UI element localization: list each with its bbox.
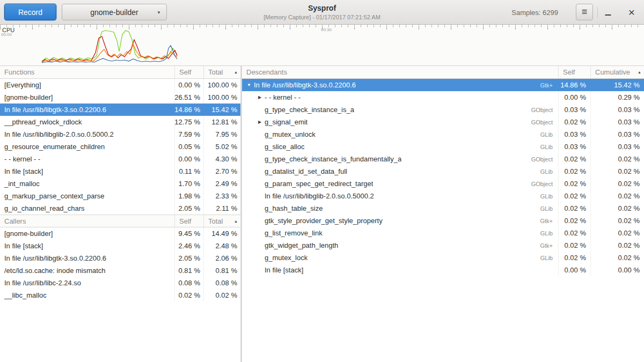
descendant-name-cell: ▶g_signal_emitGObject bbox=[242, 116, 558, 128]
table-row[interactable]: In file /usr/lib/libgtk-3.so.0.2200.62.0… bbox=[0, 252, 240, 264]
left-pane: Functions Self Total ▲ [Everything]0.00 … bbox=[0, 66, 240, 362]
table-row[interactable]: gtk_widget_path_lengthGtk+0.02 %0.02 % bbox=[242, 239, 644, 252]
table-row[interactable]: g_type_check_instance_is_aGObject0.03 %0… bbox=[242, 104, 644, 116]
library-label: GObject bbox=[531, 181, 558, 187]
self-percent-cell: 0.05 % bbox=[174, 141, 203, 153]
column-header-total[interactable]: Total ▲ bbox=[203, 66, 240, 78]
window-title-box: Sysprof [Memory Capture] - 01/17/2017 07… bbox=[264, 3, 380, 21]
cumulative-percent-cell: 0.02 % bbox=[590, 239, 644, 252]
descendants-table-body: ▼In file /usr/lib/libgtk-3.so.0.2200.6Gt… bbox=[242, 79, 644, 276]
chevron-down-icon: ▼ bbox=[157, 10, 161, 14]
table-row[interactable]: In file /usr/lib/libc-2.24.so0.08 %0.08 … bbox=[0, 277, 240, 289]
self-percent-cell: 1.70 % bbox=[174, 178, 203, 190]
cumulative-percent-cell: 0.02 % bbox=[590, 153, 644, 165]
table-row[interactable]: g_hash_table_sizeGLib0.02 %0.02 % bbox=[242, 202, 644, 215]
table-row[interactable]: ▼In file /usr/lib/libgtk-3.so.0.2200.6Gt… bbox=[242, 79, 644, 91]
table-row[interactable]: In file [stack]0.11 %2.70 % bbox=[0, 165, 240, 178]
table-row[interactable]: ▶g_signal_emitGObject0.02 %0.03 % bbox=[242, 116, 644, 128]
library-label: Gtk+ bbox=[540, 218, 558, 224]
descendant-name-cell: g_mutex_unlockGLib bbox=[242, 128, 558, 141]
total-percent-cell: 14.49 % bbox=[203, 227, 240, 240]
table-row[interactable]: - - kernel - -0.00 %4.30 % bbox=[0, 153, 240, 165]
function-name: - - kernel - - bbox=[265, 93, 301, 101]
table-row[interactable]: In file [stack]2.46 %2.48 % bbox=[0, 240, 240, 252]
table-row[interactable]: _int_malloc1.70 %2.49 % bbox=[0, 178, 240, 190]
cumulative-percent-cell: 0.02 % bbox=[590, 215, 644, 227]
main-content: Functions Self Total ▲ [Everything]0.00 … bbox=[0, 66, 644, 362]
function-name: gtk_widget_path_length bbox=[265, 241, 338, 249]
cpu-graph-svg bbox=[0, 25, 644, 66]
table-row[interactable]: g_resource_enumerate_children0.05 %5.02 … bbox=[0, 141, 240, 153]
self-percent-cell: 2.46 % bbox=[174, 240, 203, 252]
table-row[interactable]: In file [stack]0.00 %0.00 % bbox=[242, 264, 644, 276]
column-header-descendants[interactable]: Descendants bbox=[242, 66, 558, 78]
function-name: g_signal_emit bbox=[265, 118, 308, 126]
table-row[interactable]: g_io_channel_read_chars2.05 %2.11 % bbox=[0, 202, 240, 215]
total-percent-cell: 15.42 % bbox=[203, 104, 240, 116]
self-percent-cell: 0.02 % bbox=[558, 215, 590, 227]
table-row[interactable]: g_type_check_instance_is_fundamentally_a… bbox=[242, 153, 644, 165]
table-row[interactable]: [gnome-builder]9.45 %14.49 % bbox=[0, 227, 240, 240]
library-label: GLib bbox=[540, 230, 558, 237]
table-row[interactable]: [gnome-builder]26.51 %100.00 % bbox=[0, 91, 240, 104]
cumulative-percent-cell: 0.03 % bbox=[590, 104, 644, 116]
function-name: gtk_style_provider_get_style_property bbox=[265, 217, 383, 225]
total-percent-cell: 12.81 % bbox=[203, 116, 240, 128]
record-button[interactable]: Record bbox=[4, 4, 56, 20]
column-header-functions[interactable]: Functions bbox=[0, 66, 174, 78]
total-percent-cell: 0.08 % bbox=[203, 277, 240, 289]
library-label: GLib bbox=[540, 131, 558, 138]
function-name-cell: In file [stack] bbox=[0, 240, 174, 252]
table-row[interactable]: g_datalist_id_set_data_fullGLib0.02 %0.0… bbox=[242, 165, 644, 178]
function-name: g_list_remove_link bbox=[265, 229, 323, 237]
library-label: Gtk+ bbox=[540, 82, 558, 88]
expand-arrow-icon[interactable]: ▶ bbox=[256, 120, 264, 124]
function-name-cell: In file /usr/lib/libglib-2.0.so.0.5000.2 bbox=[0, 128, 174, 141]
table-row[interactable]: g_mutex_unlockGLib0.03 %0.03 % bbox=[242, 128, 644, 141]
function-name-cell: [gnome-builder] bbox=[0, 227, 174, 240]
table-row[interactable]: /etc/ld.so.cache: inode mismatch0.81 %0.… bbox=[0, 264, 240, 277]
column-header-self[interactable]: Self bbox=[558, 66, 590, 78]
cumulative-percent-cell: 0.02 % bbox=[590, 178, 644, 190]
library-label: GObject bbox=[531, 107, 558, 113]
process-selector-dropdown[interactable]: gnome-builder ▼ bbox=[62, 4, 167, 20]
descendants-table-header: Descendants Self Cumulative ▲ bbox=[242, 66, 644, 79]
column-header-self[interactable]: Self bbox=[174, 66, 203, 78]
process-selector-label: gnome-builder bbox=[90, 8, 138, 17]
table-row[interactable]: In file /usr/lib/libglib-2.0.so.0.5000.2… bbox=[242, 190, 644, 202]
library-label: GLib bbox=[540, 168, 558, 175]
table-row[interactable]: __libc_malloc0.02 %0.02 % bbox=[0, 289, 240, 301]
table-row[interactable]: [Everything]0.00 %100.00 % bbox=[0, 79, 240, 91]
total-percent-cell: 7.95 % bbox=[203, 128, 240, 141]
table-row[interactable]: __pthread_rwlock_rdlock12.75 %12.81 % bbox=[0, 116, 240, 128]
descendant-name-cell: g_type_check_instance_is_fundamentally_a… bbox=[242, 153, 558, 165]
table-row[interactable]: g_slice_allocGLib0.03 %0.03 % bbox=[242, 141, 644, 153]
expand-arrow-icon[interactable]: ▶ bbox=[256, 95, 264, 100]
table-row[interactable]: g_markup_parse_context_parse1.98 %2.33 % bbox=[0, 190, 240, 202]
column-header-callers[interactable]: Callers bbox=[0, 215, 174, 227]
self-percent-cell: 0.03 % bbox=[558, 141, 590, 153]
table-row[interactable]: g_param_spec_get_redirect_targetGObject0… bbox=[242, 178, 644, 190]
column-header-self[interactable]: Self bbox=[174, 215, 203, 227]
collapse-arrow-icon[interactable]: ▼ bbox=[245, 83, 253, 87]
table-row[interactable]: ▶- - kernel - -0.00 %0.29 % bbox=[242, 91, 644, 104]
cumulative-percent-cell: 0.29 % bbox=[590, 91, 644, 104]
self-percent-cell: 0.11 % bbox=[174, 165, 203, 178]
header-separator bbox=[597, 7, 598, 18]
table-row[interactable]: g_list_remove_linkGLib0.02 %0.02 % bbox=[242, 227, 644, 239]
descendant-name-cell: In file [stack] bbox=[242, 264, 558, 276]
table-row[interactable]: gtk_style_provider_get_style_propertyGtk… bbox=[242, 215, 644, 227]
menu-button[interactable]: ≡ bbox=[576, 4, 593, 20]
self-percent-cell: 0.00 % bbox=[558, 91, 590, 104]
column-header-total[interactable]: Total ▲ bbox=[203, 215, 240, 227]
close-button[interactable]: × bbox=[624, 4, 640, 20]
table-row[interactable]: In file /usr/lib/libglib-2.0.so.0.5000.2… bbox=[0, 128, 240, 141]
self-percent-cell: 0.02 % bbox=[558, 153, 590, 165]
total-percent-cell: 100.00 % bbox=[203, 79, 240, 91]
column-header-cumulative[interactable]: Cumulative ▲ bbox=[590, 66, 644, 78]
table-row[interactable]: In file /usr/lib/libgtk-3.so.0.2200.614.… bbox=[0, 104, 240, 116]
table-row[interactable]: g_mutex_lockGLib0.02 %0.02 % bbox=[242, 252, 644, 264]
minimize-button[interactable] bbox=[600, 4, 616, 20]
self-percent-cell: 0.02 % bbox=[558, 190, 590, 202]
cpu-usage-graph[interactable]: CPU 00:00 00:30 bbox=[0, 25, 644, 66]
